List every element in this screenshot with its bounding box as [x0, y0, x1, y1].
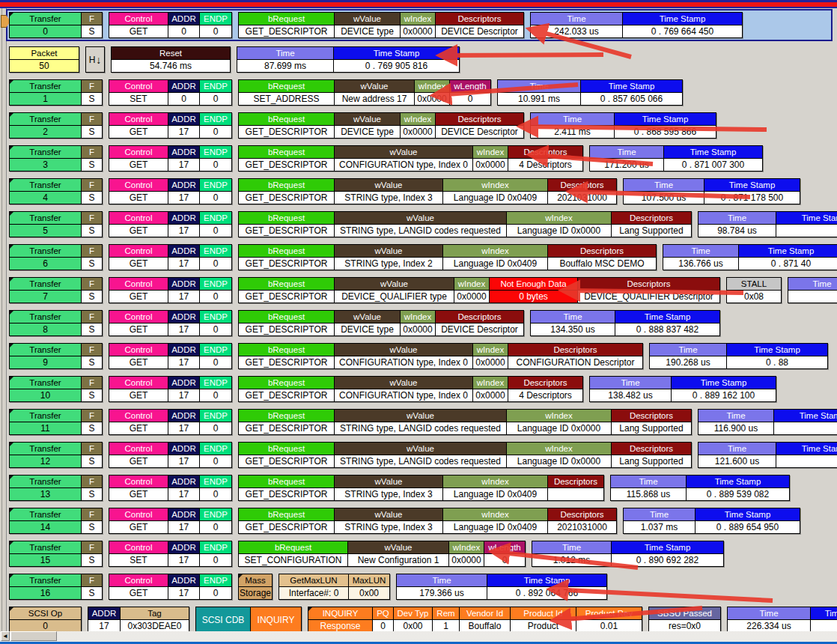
- cell-descriptors[interactable]: DescriptorsLang Supported: [611, 212, 691, 237]
- cell-brequest[interactable]: bRequestGET_DESCRIPTOR: [239, 13, 334, 37]
- cell-transfer[interactable]: Transfer14: [10, 508, 81, 533]
- cell-descriptors[interactable]: DescriptorsDEVICE Descriptor: [435, 113, 523, 138]
- expand-triangle-icon[interactable]: [10, 508, 13, 512]
- cell-brequest[interactable]: bRequestGET_DESCRIPTOR: [239, 508, 334, 533]
- cell-endp[interactable]: ENDP0: [199, 344, 231, 368]
- cell-addr[interactable]: ADDR0: [168, 13, 199, 37]
- cell-windex[interactable]: wIndexLanguage ID 0x0000: [506, 212, 611, 237]
- cell-brequest[interactable]: bRequestGET_DESCRIPTOR: [239, 212, 334, 237]
- cell-addr[interactable]: ADDR17: [168, 245, 199, 270]
- cell-transfer[interactable]: Transfer15: [10, 541, 81, 566]
- cell-addr[interactable]: ADDR17: [88, 607, 120, 632]
- cell-windex[interactable]: wIndexLanguage ID 0x0409: [442, 476, 547, 500]
- cell-endp[interactable]: ENDP0: [199, 179, 231, 204]
- cell-time[interactable]: Time1.037 ms: [624, 508, 695, 533]
- cell-time-stamp[interactable]: Time Stamp0 . 892 064 766: [487, 574, 606, 599]
- cell-f[interactable]: FS: [81, 574, 102, 599]
- cell-control[interactable]: ControlGET: [109, 508, 168, 533]
- cell-endp[interactable]: ENDP0: [199, 13, 231, 37]
- cell-endp[interactable]: ENDP0: [199, 311, 231, 335]
- cell-descriptors[interactable]: DescriptorsCONFIGURATION Descriptor: [508, 344, 642, 368]
- cell-descriptors[interactable]: DescriptorsDEVICE Descriptor: [435, 13, 523, 37]
- cell-addr[interactable]: ADDR17: [168, 476, 199, 500]
- cell-endp[interactable]: ENDP0: [199, 508, 231, 533]
- cell-time-stamp[interactable]: Time Stamp: [773, 410, 837, 434]
- cell-wvalue[interactable]: wValueCONFIGURATION type, Index 0: [334, 377, 472, 401]
- cell-endp[interactable]: ENDP0: [199, 245, 231, 270]
- cell-transfer[interactable]: Transfer7: [10, 278, 81, 303]
- cell-control[interactable]: ControlSET: [109, 80, 168, 105]
- cell-transfer[interactable]: Transfer9: [10, 344, 81, 368]
- cell-dev-typ[interactable]: Dev Typ0x00: [393, 607, 432, 632]
- cell-wvalue[interactable]: wValueCONFIGURATION type, Index 0: [334, 146, 472, 171]
- cell-transfer[interactable]: Transfer8: [10, 311, 81, 335]
- cell-time-stamp[interactable]: Time Stamp0 . 857 605 066: [580, 80, 682, 105]
- cell-f[interactable]: FS: [81, 508, 102, 533]
- cell-addr[interactable]: ADDR17: [168, 146, 199, 171]
- cell-wvalue[interactable]: wValueSTRING type, LANGID codes requeste…: [334, 443, 506, 467]
- cell-wvalue[interactable]: wValueSTRING type, LANGID codes requeste…: [334, 410, 506, 434]
- cell-time-stamp[interactable]: Time Stamp0 . 88: [726, 344, 827, 368]
- cell-brequest[interactable]: bRequestGET_DESCRIPTOR: [239, 410, 334, 434]
- cell-control[interactable]: ControlGET: [109, 311, 168, 335]
- transfer-10-row[interactable]: Transfer10FSControlGETADDR17ENDP0bReques…: [9, 376, 776, 402]
- cell-tag[interactable]: Tag0x303DEAE0: [120, 607, 189, 632]
- cell-time-stamp[interactable]: Time Stamp0 . 769 664 450: [622, 13, 742, 37]
- cell-time-stamp[interactable]: Time Stamp: [776, 443, 837, 467]
- cell-f[interactable]: FS: [81, 179, 102, 204]
- cell-windex[interactable]: wIndex0x0000: [472, 377, 508, 401]
- cell-f[interactable]: FS: [81, 443, 102, 467]
- cell-addr[interactable]: ADDR17: [168, 541, 199, 566]
- cell-descriptors[interactable]: DescriptorsLang Supported: [611, 410, 691, 434]
- cell-scsi-op[interactable]: SCSI Op0: [10, 607, 81, 632]
- cell-control[interactable]: ControlGET: [109, 574, 168, 599]
- cell-wvalue[interactable]: wValueDEVICE type: [334, 13, 400, 37]
- transfer-15-row[interactable]: Transfer15FSControlSETADDR17ENDP0bReques…: [9, 541, 724, 567]
- transfer-12-row[interactable]: Transfer12FSControlGETADDR17ENDP0bReques…: [9, 442, 837, 468]
- cell-time[interactable]: Time: [788, 278, 837, 303]
- cell-time[interactable]: Time10.991 ms: [498, 80, 580, 105]
- cell-f[interactable]: FS: [81, 13, 102, 37]
- cell-inquiry[interactable]: INQUIRYResponse: [308, 607, 372, 632]
- cell-brequest[interactable]: bRequestGET_DESCRIPTOR: [239, 377, 334, 401]
- cell-time[interactable]: Time116.900 us: [698, 410, 773, 434]
- cell-transfer[interactable]: Transfer11: [10, 410, 81, 434]
- cell-product-id[interactable]: Product IdProduct: [510, 607, 576, 632]
- transfer-3-row[interactable]: Transfer3FSControlGETADDR17ENDP0bRequest…: [9, 145, 763, 171]
- cell-addr[interactable]: ADDR17: [168, 377, 199, 401]
- expand-triangle-icon[interactable]: [10, 607, 13, 611]
- cell-brequest[interactable]: bRequestGET_DESCRIPTOR: [239, 113, 334, 138]
- cell-brequest[interactable]: bRequestGET_DESCRIPTOR: [239, 443, 334, 467]
- cell-endp[interactable]: ENDP0: [199, 113, 231, 138]
- expand-triangle-icon[interactable]: [10, 13, 13, 16]
- cell-descriptors[interactable]: Descriptors2021031000: [547, 179, 616, 204]
- expand-triangle-icon[interactable]: [10, 377, 13, 380]
- cell-time-stamp[interactable]: Time Stamp0 . 769 905 816: [333, 47, 459, 72]
- cell-windex[interactable]: wIndexLanguage ID 0x0000: [506, 410, 611, 434]
- cell-transfer[interactable]: Transfer5: [10, 212, 81, 237]
- cell-endp[interactable]: ENDP0: [199, 443, 231, 467]
- cell-transfer[interactable]: Transfer10: [10, 377, 81, 401]
- cell-time[interactable]: Time1.012 ms: [532, 541, 611, 566]
- cell-time[interactable]: Time2.411 ms: [531, 113, 614, 138]
- cell-f[interactable]: FS: [81, 410, 102, 434]
- cell-endp[interactable]: ENDP0: [199, 278, 231, 303]
- cell-windex[interactable]: wIndex0x0000: [400, 311, 435, 335]
- cell-control[interactable]: ControlGET: [109, 410, 168, 434]
- cell-endp[interactable]: ENDP0: [199, 574, 231, 599]
- expand-triangle-icon[interactable]: [10, 113, 13, 117]
- cell-rem[interactable]: Rem1: [432, 607, 459, 632]
- cell-windex[interactable]: wIndex0x0000: [454, 278, 489, 303]
- cell-brequest[interactable]: bRequestGET_DESCRIPTOR: [239, 344, 334, 368]
- cell-addr[interactable]: ADDR17: [168, 113, 199, 138]
- cell-addr[interactable]: ADDR0: [168, 80, 199, 105]
- cell-transfer[interactable]: Transfer13: [10, 476, 81, 500]
- cell-vendor-id[interactable]: Vendor IdBouffalo: [459, 607, 510, 632]
- expand-triangle-icon[interactable]: [10, 476, 13, 479]
- cell-windex[interactable]: wIndex0x0000: [472, 146, 508, 171]
- cell-time-stamp[interactable]: Time Stamp0 . 868 595 866: [614, 113, 716, 138]
- cell-endp[interactable]: ENDP0: [199, 80, 231, 105]
- cell-time[interactable]: Time115.868 us: [611, 476, 686, 500]
- cell-descriptors[interactable]: DescriptorsLang Supported: [611, 443, 691, 467]
- cell-reset[interactable]: Reset54.746 ms: [112, 47, 230, 72]
